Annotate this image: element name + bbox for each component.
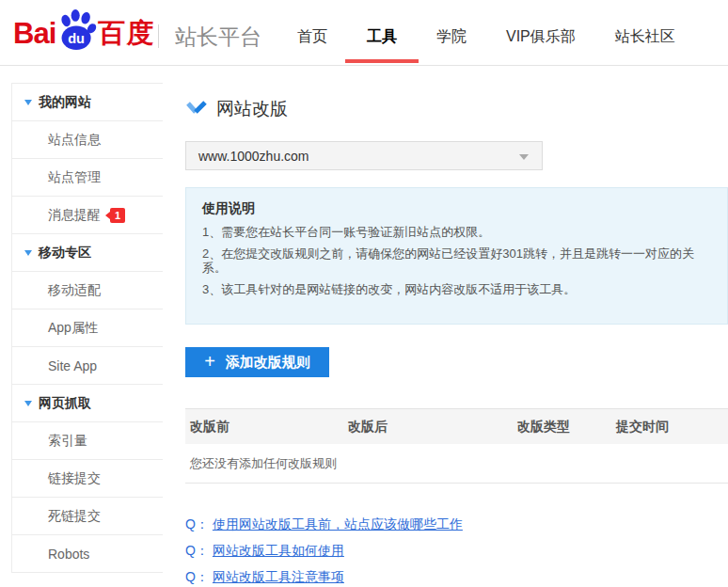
instructions-list: 1、需要您在站长平台同一账号验证新旧站点的权限。 2、在您提交改版规则之前，请确… xyxy=(202,225,711,296)
instruction-item: 2、在您提交改版规则之前，请确保您的网站已经设置好301跳转，并且是跳转一一对应… xyxy=(202,246,711,275)
faq-prefix: Q： xyxy=(185,516,209,533)
active-tab-underline xyxy=(345,59,419,63)
chevron-down-icon xyxy=(519,154,529,160)
plus-icon: + xyxy=(204,351,215,373)
revision-tool-icon xyxy=(185,100,208,119)
faq-row: Q： 网站改版工具如何使用 xyxy=(185,538,728,564)
faq-links: Q： 使用网站改版工具前，站点应该做哪些工作 Q： 网站改版工具如何使用 Q： … xyxy=(185,512,728,587)
faq-prefix: Q： xyxy=(185,543,209,560)
nav-item-vip-club[interactable]: VIP俱乐部 xyxy=(506,27,576,47)
site-selector-value: www.1000zhu.com xyxy=(198,149,309,164)
add-revision-rule-button[interactable]: + 添加改版规则 xyxy=(185,347,329,377)
baidu-logo[interactable]: Bai du 百度 xyxy=(13,11,154,56)
faq-row: Q： 使用网站改版工具前，站点应该做哪些工作 xyxy=(185,512,728,538)
instruction-item: 1、需要您在站长平台同一账号验证新旧站点的权限。 xyxy=(202,225,711,239)
sidebar-item-site-manage[interactable]: 站点管理 xyxy=(12,159,163,197)
top-nav: 首页 工具 学院 VIP俱乐部 站长社区 xyxy=(297,27,675,47)
instruction-item: 3、该工具针对的是网站链接的改变，网站内容改版不适用于该工具。 xyxy=(202,282,711,296)
caret-down-icon xyxy=(24,250,32,256)
revision-rules-table: 改版前 改版后 改版类型 提交时间 您还没有添加任何改版规则 xyxy=(185,408,728,484)
col-header-type: 改版类型 xyxy=(513,419,611,436)
sidebar: 我的网站 站点信息 站点管理 消息提醒 1 移动专区 移动适配 App属性 Si… xyxy=(11,83,163,573)
table-header-row: 改版前 改版后 改版类型 提交时间 xyxy=(185,408,728,444)
table-empty-state: 您还没有添加任何改版规则 xyxy=(185,444,728,484)
sidebar-section-my-sites[interactable]: 我的网站 xyxy=(12,84,163,121)
nav-item-college[interactable]: 学院 xyxy=(436,27,467,47)
sidebar-item-index-volume[interactable]: 索引量 xyxy=(12,422,163,460)
sidebar-item-robots[interactable]: Robots xyxy=(12,535,163,573)
sidebar-section-web-crawl[interactable]: 网页抓取 xyxy=(12,385,163,422)
nav-item-tools[interactable]: 工具 xyxy=(367,27,397,47)
caret-down-icon xyxy=(24,100,32,105)
main-content: 网站改版 www.1000zhu.com 使用说明 1、需要您在站长平台同一账号… xyxy=(185,83,728,587)
sidebar-item-dead-link-submit[interactable]: 死链提交 xyxy=(12,498,163,535)
logo-text-bai: Bai xyxy=(13,17,55,51)
logo-text-cn: 百度 xyxy=(98,15,154,53)
instructions-title: 使用说明 xyxy=(202,200,711,217)
sidebar-item-mobile-adapt[interactable]: 移动适配 xyxy=(12,272,163,309)
col-header-time: 提交时间 xyxy=(611,419,728,436)
logo-text-du: du xyxy=(68,31,85,46)
faq-prefix: Q： xyxy=(185,569,209,586)
site-selector-dropdown[interactable]: www.1000zhu.com xyxy=(185,141,543,170)
faq-link-before-revision[interactable]: 使用网站改版工具前，站点应该做哪些工作 xyxy=(213,516,463,533)
platform-name: 站长平台 xyxy=(175,23,261,52)
nav-item-community[interactable]: 站长社区 xyxy=(615,27,675,47)
sidebar-item-message-alerts[interactable]: 消息提醒 1 xyxy=(12,197,163,234)
page-title: 网站改版 xyxy=(216,97,288,121)
sidebar-item-app-attributes[interactable]: App属性 xyxy=(12,309,163,347)
badge-arrow-icon xyxy=(105,212,110,219)
usage-instructions-box: 使用说明 1、需要您在站长平台同一账号验证新旧站点的权限。 2、在您提交改版规则… xyxy=(185,187,728,325)
header: Bai du 百度 站长平台 首页 工具 学院 VIP俱乐部 xyxy=(0,0,728,66)
faq-link-how-to-use[interactable]: 网站改版工具如何使用 xyxy=(213,543,344,560)
col-header-after: 改版后 xyxy=(343,419,513,436)
sidebar-item-site-info[interactable]: 站点信息 xyxy=(12,121,163,159)
baidu-paw-icon: du xyxy=(57,9,97,55)
notification-badge: 1 xyxy=(110,208,125,223)
logo-divider xyxy=(158,24,159,48)
sidebar-item-link-submit[interactable]: 链接提交 xyxy=(12,460,163,498)
page-title-row: 网站改版 xyxy=(185,97,728,121)
sidebar-section-mobile-zone[interactable]: 移动专区 xyxy=(12,234,163,272)
faq-link-notes[interactable]: 网站改版工具注意事项 xyxy=(213,569,344,586)
sidebar-item-site-app[interactable]: Site App xyxy=(12,347,163,385)
col-header-before: 改版前 xyxy=(185,419,343,436)
caret-down-icon xyxy=(24,401,32,406)
faq-row: Q： 网站改版工具注意事项 xyxy=(185,564,728,587)
nav-item-home[interactable]: 首页 xyxy=(297,27,327,47)
